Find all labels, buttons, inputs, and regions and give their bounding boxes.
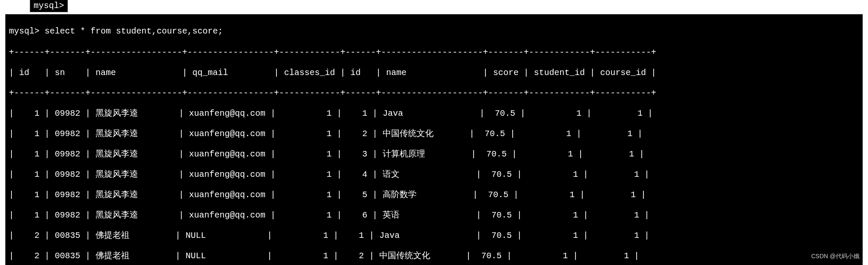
sql-query-line: mysql> select * from student,course,scor…	[6, 25, 862, 37]
table-row: | 1 | 09982 | 黑旋风李逵 | xuanfeng@qq.com | …	[6, 129, 862, 139]
terminal-prompt-fragment: mysql>	[30, 0, 68, 12]
table-border-mid: +------+-------+------------------+-----…	[6, 88, 862, 98]
table-row: | 1 | 09982 | 黑旋风李逵 | xuanfeng@qq.com | …	[6, 210, 862, 220]
table-border-top: +------+-------+------------------+-----…	[6, 47, 862, 58]
table-row: | 2 | 00835 | 佛提老祖 | NULL | 1 | 2 | 中国传统…	[6, 251, 862, 261]
table-row: | 1 | 09982 | 黑旋风李逵 | xuanfeng@qq.com | …	[6, 170, 862, 180]
table-row: | 1 | 09982 | 黑旋风李逵 | xuanfeng@qq.com | …	[6, 149, 862, 159]
watermark-text: CSDN @代码小娥	[811, 253, 860, 260]
table-row: | 2 | 00835 | 佛提老祖 | NULL | 1 | 1 | Java…	[6, 231, 862, 241]
table-header-row: | id | sn | name | qq_mail | classes_id …	[6, 68, 862, 78]
terminal-output-main[interactable]: mysql> select * from student,course,scor…	[5, 14, 863, 265]
table-row: | 1 | 09982 | 黑旋风李逵 | xuanfeng@qq.com | …	[6, 190, 862, 200]
table-row: | 1 | 09982 | 黑旋风李逵 | xuanfeng@qq.com | …	[6, 109, 862, 119]
